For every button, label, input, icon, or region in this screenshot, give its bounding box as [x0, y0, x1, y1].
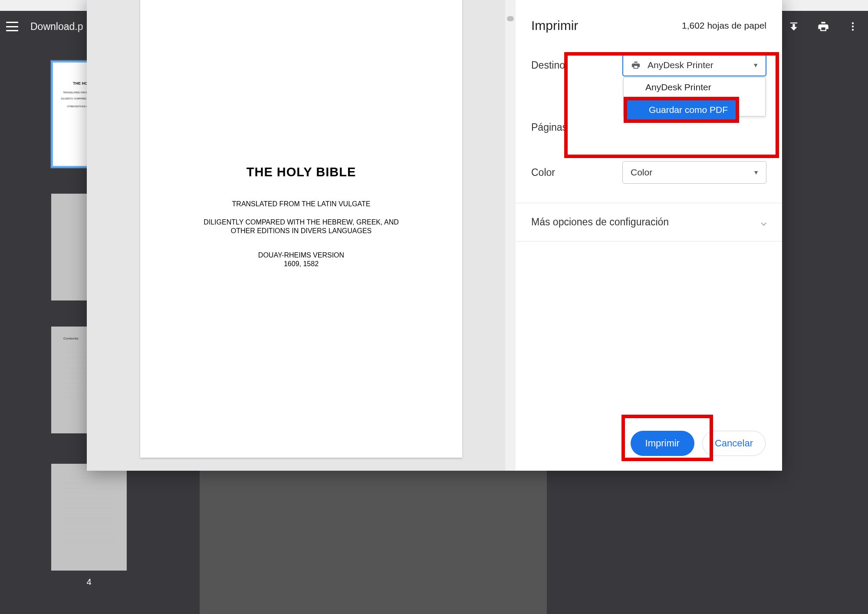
- color-select[interactable]: Color ▼: [622, 161, 766, 184]
- print-dialog: THE HOLY BIBLE TRANSLATED FROM THE LATIN…: [87, 0, 782, 471]
- thumbnail-page-4[interactable]: 4: [51, 464, 127, 571]
- pages-label: Páginas: [531, 122, 614, 133]
- more-settings-label: Más opciones de configuración: [531, 216, 669, 228]
- more-icon[interactable]: [846, 20, 859, 33]
- chevron-down-icon: ⌵: [761, 217, 766, 228]
- svg-point-2: [852, 29, 854, 30]
- print-preview-pane: THE HOLY BIBLE TRANSLATED FROM THE LATIN…: [87, 0, 516, 471]
- print-dialog-title: Imprimir: [531, 18, 578, 33]
- preview-years: 1609, 1582: [284, 260, 319, 268]
- preview-version: DOUAY-RHEIMS VERSION: [258, 251, 344, 259]
- print-button[interactable]: Imprimir: [631, 431, 694, 456]
- preview-scrollbar[interactable]: [505, 0, 516, 471]
- thumbnail-page-number: 4: [86, 577, 91, 587]
- printer-icon: [631, 60, 641, 70]
- preview-page: THE HOLY BIBLE TRANSLATED FROM THE LATIN…: [140, 0, 462, 458]
- destination-label: Destino: [531, 59, 614, 71]
- preview-title: THE HOLY BIBLE: [247, 165, 356, 179]
- sheets-count: 1,602 hojas de papel: [682, 20, 766, 31]
- download-icon[interactable]: [787, 20, 800, 33]
- print-options-pane: Imprimir 1,602 hojas de papel Destino An…: [516, 0, 782, 471]
- svg-point-1: [852, 26, 854, 27]
- chevron-down-icon: ▼: [753, 62, 759, 69]
- more-settings-toggle[interactable]: Más opciones de configuración ⌵: [516, 203, 782, 241]
- svg-point-0: [852, 22, 854, 24]
- dropdown-option-anydesk[interactable]: AnyDesk Printer: [624, 78, 765, 97]
- cancel-button[interactable]: Cancelar: [702, 431, 766, 456]
- preview-sub2a: DILIGENTLY COMPARED WITH THE HEBREW, GRE…: [204, 218, 399, 226]
- preview-sub1: TRANSLATED FROM THE LATIN VULGATE: [232, 200, 371, 208]
- dropdown-option-see-more[interactable]: Ver más...: [624, 97, 765, 116]
- chevron-down-icon: ▼: [753, 169, 759, 176]
- preview-sub2b: OTHER EDITIONS IN DIVERS LANGUAGES: [231, 227, 372, 235]
- destination-dropdown: AnyDesk Printer Guardar como PDF Ver más…: [623, 77, 766, 116]
- destination-value: AnyDesk Printer: [648, 60, 713, 70]
- color-value: Color: [631, 167, 652, 178]
- pdf-filename: Download.p: [30, 21, 83, 33]
- menu-icon[interactable]: [6, 22, 18, 31]
- print-icon[interactable]: [817, 20, 830, 33]
- destination-select[interactable]: AnyDesk Printer ▼ AnyDesk Printer Guarda…: [622, 54, 766, 76]
- color-label: Color: [531, 167, 614, 178]
